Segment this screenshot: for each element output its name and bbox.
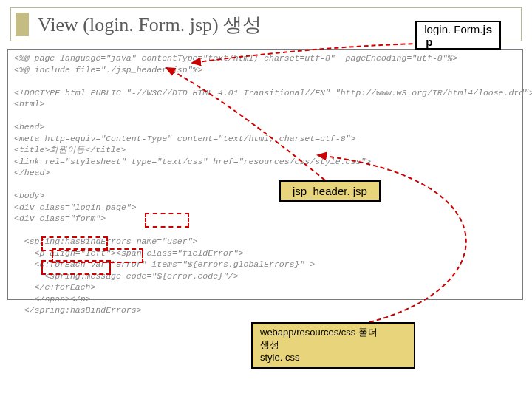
code-block: <%@ page language="java" contentType="te… xyxy=(8,50,522,319)
highlight-user xyxy=(145,213,189,228)
highlight-foreach-close xyxy=(41,260,111,275)
callout-css-folder: webapp/resources/css 폴더 생성 style. css xyxy=(251,322,415,369)
callout-css-line2: 생성 xyxy=(260,339,406,352)
callout-css-line3: style. css xyxy=(260,352,406,364)
callout-css-line1: webapp/resources/css 폴더 xyxy=(260,327,406,339)
page-title: View (login. Form. jsp) 생성 xyxy=(38,12,262,38)
file-label-ext-top: js xyxy=(482,23,492,35)
file-label-ext-bottom: p xyxy=(424,36,492,49)
callout-jsp-header-text: jsp_header. jsp xyxy=(293,185,367,197)
title-accent xyxy=(16,13,29,36)
file-label-name: login. Form. xyxy=(424,23,482,35)
callout-jsp-header: jsp_header. jsp xyxy=(279,180,381,202)
file-label-loginform: login. Form.js p xyxy=(415,21,501,50)
